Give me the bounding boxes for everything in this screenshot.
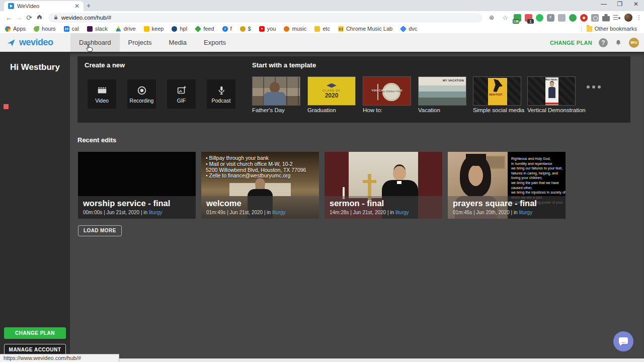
install-app-icon[interactable]: ⊕	[487, 14, 497, 21]
browser-profile-avatar[interactable]	[624, 14, 632, 22]
more-templates-button[interactable]	[587, 85, 601, 88]
recent-edit-card-welcome[interactable]: • Billpay through your bank • Mail or vi…	[201, 152, 319, 219]
bookmark-youtube[interactable]: you	[259, 26, 276, 32]
change-plan-button[interactable]: CHANGE PLAN	[4, 327, 66, 339]
nav-media[interactable]: Media	[160, 33, 195, 52]
tab-close-icon[interactable]: ✕	[74, 3, 79, 10]
browser-window: WeVideo ✕ + — ❐ ✕ ← → ⟳ wevideo.com/hub/…	[0, 0, 644, 362]
category-link[interactable]: liturgy	[395, 210, 409, 215]
nav-dashboard[interactable]: Dashboard	[70, 33, 120, 52]
template-graduation[interactable]: CLASS OF 2020	[307, 76, 356, 106]
bookmark-apps[interactable]: Apps	[5, 26, 26, 32]
url-text: wevideo.com/hub/#	[61, 15, 111, 21]
globe-icon	[172, 26, 177, 32]
create-recording-card[interactable]: Recording	[127, 79, 156, 109]
template-fathers-day[interactable]	[252, 76, 300, 106]
apps-grid-icon	[5, 26, 11, 32]
folder-icon	[587, 26, 592, 32]
bookmark-facebook[interactable]: ff	[222, 26, 232, 32]
extension-icon-green-circle[interactable]	[569, 14, 577, 22]
create-gif-card[interactable]: GIF	[167, 79, 196, 109]
extension-icon-gray[interactable]	[558, 14, 566, 22]
red-square-indicator	[4, 104, 9, 109]
notifications-bell-icon[interactable]	[614, 39, 622, 47]
wevideo-header: wevideo Dashboard Projects Media Exports…	[0, 33, 644, 52]
window-close-button[interactable]: ✕	[633, 1, 639, 8]
window-minimize-button[interactable]: —	[601, 1, 607, 8]
change-plan-link[interactable]: CHANGE PLAN	[550, 40, 592, 46]
template-label: Vacation	[418, 107, 440, 113]
extension-icon-green[interactable]: 136	[514, 14, 521, 22]
browser-tab[interactable]: WeVideo ✕	[4, 1, 84, 11]
load-more-button[interactable]: LOAD MORE	[78, 225, 122, 236]
bookmark-star-icon[interactable]: ☆	[500, 14, 510, 22]
bookmark-hours[interactable]: hours	[34, 26, 56, 32]
bookmark-slack[interactable]: slack	[87, 26, 108, 32]
graduation-cap-icon	[327, 83, 337, 88]
other-bookmarks-button[interactable]: Other bookmarks	[587, 26, 637, 32]
lock-icon	[53, 15, 58, 21]
pocket-extension-icon[interactable]	[547, 14, 554, 22]
bookmark-feed[interactable]: feed	[195, 26, 214, 32]
recent-edits-title: Recent edits	[77, 136, 116, 144]
video-title: sermon - final	[330, 199, 437, 208]
camera-extension-icon[interactable]	[591, 14, 599, 22]
bookmark-dollar[interactable]: $	[240, 26, 251, 32]
bookmark-chrome-music-lab[interactable]: Chrome Music Lab	[338, 26, 392, 32]
account-avatar[interactable]: WU	[629, 38, 639, 48]
forward-button[interactable]: →	[14, 14, 24, 22]
category-link[interactable]: liturgy	[519, 210, 532, 215]
recent-edit-card-prayers[interactable]: Righteous and Holy God, in humility and …	[448, 152, 566, 219]
bookmark-etc-folder[interactable]: etc	[314, 26, 330, 32]
bookmark-dvc[interactable]: dvc	[400, 26, 417, 32]
home-button[interactable]	[34, 14, 44, 22]
template-vacation[interactable]: MY VACATION	[418, 76, 466, 106]
create-video-card[interactable]: Video	[88, 79, 116, 109]
wevideo-logo-icon	[6, 38, 16, 47]
extensions-puzzle-icon[interactable]	[602, 14, 610, 22]
recent-edit-card-sermon[interactable]: sermon - final 14m:28s | Jun 21st, 2020 …	[325, 152, 442, 219]
wevideo-logo[interactable]: wevideo	[6, 33, 53, 52]
video-meta: 01m:45s | Jun 20th, 2020 | in liturgy	[453, 210, 560, 215]
chat-widget-button[interactable]	[613, 331, 633, 351]
greeting-text: Hi Westbury	[0, 62, 70, 72]
recent-edit-card-worship[interactable]: worship service - final 00m:00s | Jun 21…	[78, 152, 196, 219]
window-restore-button[interactable]: ❐	[617, 1, 623, 8]
extension-icon-red[interactable]: 1	[525, 14, 532, 22]
bookmark-music[interactable]: music	[284, 26, 306, 32]
new-tab-button[interactable]: +	[87, 2, 91, 10]
bookmark-hpl[interactable]: hpl	[172, 26, 187, 32]
film-icon	[97, 85, 108, 96]
template-how-to[interactable]: YOU CAN COOK TOO	[363, 76, 411, 106]
browser-menu-icon[interactable]: ⋮	[636, 14, 640, 21]
keep-icon	[144, 26, 149, 32]
template-vertical-demonstration[interactable]: Miss Hacks	[527, 76, 576, 106]
address-bar[interactable]: wevideo.com/hub/#	[48, 13, 482, 23]
microphone-icon	[216, 85, 227, 96]
folder-icon	[314, 26, 320, 32]
playlist-extension-icon[interactable]	[613, 14, 621, 22]
video-title: prayers square - final	[453, 199, 560, 208]
template-label: Vertical Demonstration	[527, 107, 586, 113]
back-button[interactable]: ←	[4, 14, 14, 22]
category-link[interactable]: liturgy	[149, 210, 163, 215]
template-simple-social-media[interactable]: NEW POST	[473, 76, 521, 106]
nav-exports[interactable]: Exports	[195, 33, 234, 52]
evernote-extension-icon[interactable]	[536, 14, 543, 22]
refresh-button[interactable]: ⟳	[24, 14, 34, 22]
nav-projects[interactable]: Projects	[120, 33, 160, 52]
record-icon	[136, 85, 147, 96]
help-icon[interactable]: ?	[599, 38, 608, 47]
templates-title: Start with a template	[252, 61, 316, 69]
category-link[interactable]: liturgy	[272, 210, 286, 215]
tab-strip: WeVideo ✕ + — ❐ ✕	[0, 0, 644, 11]
feed-icon	[195, 25, 201, 32]
top-panel: Create a new Video Recording GIF Podcast…	[77, 56, 630, 123]
calendar-icon: 19	[64, 26, 69, 32]
bookmark-drive[interactable]: drive	[116, 26, 136, 32]
browser-toolbar: ← → ⟳ wevideo.com/hub/# ⊕ ☆ 136 1 ⋮	[0, 11, 644, 24]
bookmark-cal[interactable]: 19cal	[64, 26, 79, 32]
bookmark-keep[interactable]: keep	[144, 26, 164, 32]
create-podcast-card[interactable]: Podcast	[207, 79, 235, 109]
lastpass-extension-icon[interactable]	[580, 14, 588, 22]
